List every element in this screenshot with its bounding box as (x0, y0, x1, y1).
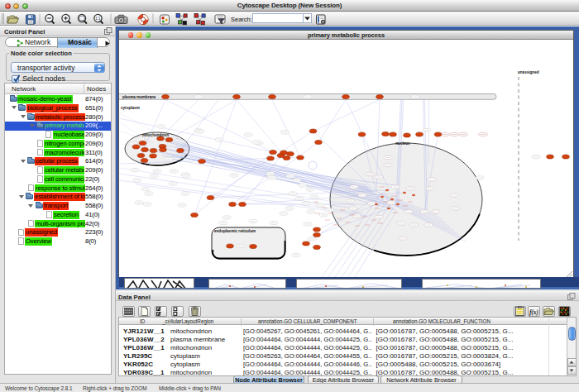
svg-text:nucleus: nucleus (395, 141, 410, 146)
svg-text:cytoplasm: cytoplasm (121, 106, 140, 110)
svg-text:1:1: 1:1 (95, 17, 101, 21)
svg-text:f(x): f(x) (529, 308, 539, 316)
svg-text:unassigned: unassigned (518, 70, 539, 74)
svg-text:endoplasmic reticulum: endoplasmic reticulum (214, 229, 256, 233)
svg-text:mitochondrion: mitochondrion (142, 133, 169, 137)
svg-text:plasma membrane: plasma membrane (122, 95, 156, 99)
